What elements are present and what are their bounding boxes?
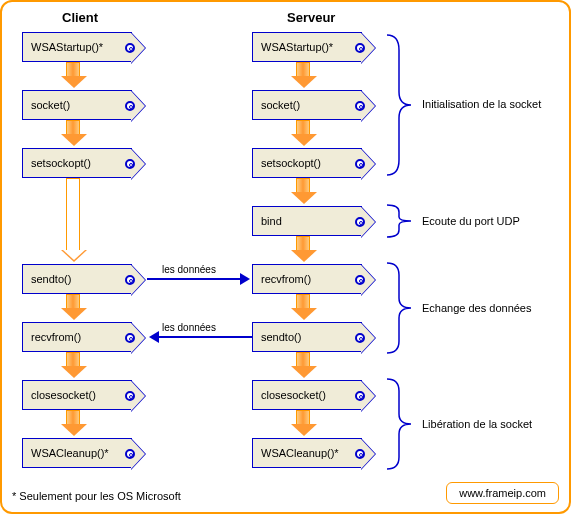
- section-release: Libération de la socket: [422, 418, 532, 430]
- arrow-down-icon: [66, 294, 80, 310]
- arrow-down-icon: [296, 352, 310, 368]
- server-header: Serveur: [287, 10, 335, 25]
- connector-icon: [125, 43, 135, 53]
- node-label: recvfrom(): [31, 331, 81, 343]
- client-wsastartup: WSAStartup()*: [22, 32, 132, 62]
- connector-icon: [355, 391, 365, 401]
- footnote: * Seulement pour les OS Microsoft: [12, 490, 181, 502]
- server-setsockopt: setsockopt(): [252, 148, 362, 178]
- arrow-down-icon: [296, 236, 310, 252]
- connector-icon: [125, 391, 135, 401]
- data-label-2: les données: [162, 322, 216, 333]
- arrow-down-icon: [66, 120, 80, 136]
- server-wsacleanup: WSACleanup()*: [252, 438, 362, 468]
- connector-icon: [125, 333, 135, 343]
- client-recvfrom: recvfrom(): [22, 322, 132, 352]
- node-label: WSACleanup()*: [261, 447, 339, 459]
- server-sendto: sendto(): [252, 322, 362, 352]
- client-header: Client: [62, 10, 98, 25]
- source-url: www.frameip.com: [446, 482, 559, 504]
- node-label: WSAStartup()*: [261, 41, 333, 53]
- node-label: bind: [261, 215, 282, 227]
- arrow-down-icon: [66, 178, 80, 252]
- node-label: sendto(): [261, 331, 301, 343]
- server-bind: bind: [252, 206, 362, 236]
- node-label: socket(): [261, 99, 300, 111]
- connector-icon: [355, 333, 365, 343]
- connector-icon: [125, 159, 135, 169]
- data-label-1: les données: [162, 264, 216, 275]
- arrow-down-icon: [66, 352, 80, 368]
- arrow-down-icon: [296, 294, 310, 310]
- section-init: Initialisation de la socket: [422, 98, 541, 110]
- connector-icon: [355, 43, 365, 53]
- client-wsacleanup: WSACleanup()*: [22, 438, 132, 468]
- node-label: WSAStartup()*: [31, 41, 103, 53]
- client-sendto: sendto(): [22, 264, 132, 294]
- node-label: socket(): [31, 99, 70, 111]
- connector-icon: [355, 275, 365, 285]
- diagram-frame: Client Serveur WSAStartup()* socket() se…: [0, 0, 571, 514]
- section-exchange: Echange des données: [422, 302, 531, 314]
- connector-icon: [355, 217, 365, 227]
- node-label: recvfrom(): [261, 273, 311, 285]
- brace-icon: [387, 202, 417, 240]
- server-closesocket: closesocket(): [252, 380, 362, 410]
- arrow-down-icon: [66, 410, 80, 426]
- node-label: sendto(): [31, 273, 71, 285]
- brace-icon: [387, 32, 417, 178]
- data-arrow-right: [147, 278, 242, 280]
- server-recvfrom: recvfrom(): [252, 264, 362, 294]
- connector-icon: [355, 449, 365, 459]
- connector-icon: [125, 275, 135, 285]
- node-label: setsockopt(): [31, 157, 91, 169]
- arrow-down-icon: [296, 178, 310, 194]
- connector-icon: [355, 101, 365, 111]
- client-socket: socket(): [22, 90, 132, 120]
- arrow-down-icon: [66, 62, 80, 78]
- client-setsockopt: setsockopt(): [22, 148, 132, 178]
- data-arrow-left: [157, 336, 252, 338]
- connector-icon: [355, 159, 365, 169]
- server-wsastartup: WSAStartup()*: [252, 32, 362, 62]
- node-label: closesocket(): [31, 389, 96, 401]
- brace-icon: [387, 260, 417, 356]
- node-label: closesocket(): [261, 389, 326, 401]
- server-socket: socket(): [252, 90, 362, 120]
- arrow-down-icon: [296, 410, 310, 426]
- node-label: setsockopt(): [261, 157, 321, 169]
- node-label: WSACleanup()*: [31, 447, 109, 459]
- section-listen: Ecoute du port UDP: [422, 215, 520, 227]
- arrow-down-icon: [296, 120, 310, 136]
- arrow-down-icon: [296, 62, 310, 78]
- client-closesocket: closesocket(): [22, 380, 132, 410]
- brace-icon: [387, 376, 417, 472]
- connector-icon: [125, 449, 135, 459]
- connector-icon: [125, 101, 135, 111]
